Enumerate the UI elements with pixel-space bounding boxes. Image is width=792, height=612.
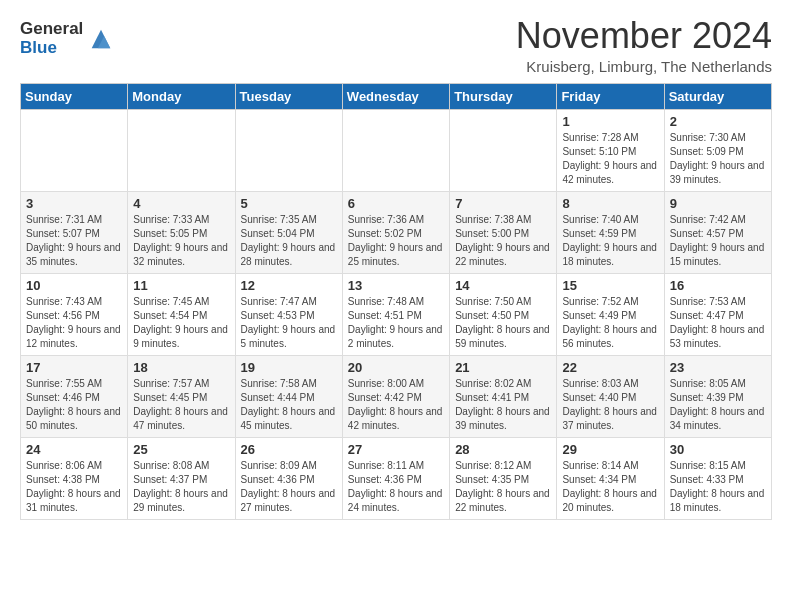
day-number: 24 [26,442,122,457]
day-number: 29 [562,442,658,457]
day-cell: 25Sunrise: 8:08 AM Sunset: 4:37 PM Dayli… [128,437,235,519]
day-number: 14 [455,278,551,293]
day-info: Sunrise: 7:58 AM Sunset: 4:44 PM Dayligh… [241,377,337,433]
day-number: 16 [670,278,766,293]
day-info: Sunrise: 8:08 AM Sunset: 4:37 PM Dayligh… [133,459,229,515]
col-friday: Friday [557,83,664,109]
day-cell: 23Sunrise: 8:05 AM Sunset: 4:39 PM Dayli… [664,355,771,437]
day-cell: 14Sunrise: 7:50 AM Sunset: 4:50 PM Dayli… [450,273,557,355]
title-block: November 2024 Kruisberg, Limburg, The Ne… [516,16,772,75]
col-sunday: Sunday [21,83,128,109]
day-number: 12 [241,278,337,293]
day-number: 22 [562,360,658,375]
day-cell: 17Sunrise: 7:55 AM Sunset: 4:46 PM Dayli… [21,355,128,437]
day-number: 11 [133,278,229,293]
col-tuesday: Tuesday [235,83,342,109]
day-info: Sunrise: 7:55 AM Sunset: 4:46 PM Dayligh… [26,377,122,433]
day-cell: 24Sunrise: 8:06 AM Sunset: 4:38 PM Dayli… [21,437,128,519]
day-cell: 15Sunrise: 7:52 AM Sunset: 4:49 PM Dayli… [557,273,664,355]
day-info: Sunrise: 8:00 AM Sunset: 4:42 PM Dayligh… [348,377,444,433]
calendar-table: Sunday Monday Tuesday Wednesday Thursday… [20,83,772,520]
day-cell: 10Sunrise: 7:43 AM Sunset: 4:56 PM Dayli… [21,273,128,355]
day-info: Sunrise: 7:31 AM Sunset: 5:07 PM Dayligh… [26,213,122,269]
day-cell: 5Sunrise: 7:35 AM Sunset: 5:04 PM Daylig… [235,191,342,273]
day-info: Sunrise: 8:12 AM Sunset: 4:35 PM Dayligh… [455,459,551,515]
day-cell: 16Sunrise: 7:53 AM Sunset: 4:47 PM Dayli… [664,273,771,355]
day-number: 21 [455,360,551,375]
day-number: 8 [562,196,658,211]
day-info: Sunrise: 7:38 AM Sunset: 5:00 PM Dayligh… [455,213,551,269]
day-info: Sunrise: 8:15 AM Sunset: 4:33 PM Dayligh… [670,459,766,515]
day-number: 17 [26,360,122,375]
day-number: 13 [348,278,444,293]
day-number: 27 [348,442,444,457]
col-thursday: Thursday [450,83,557,109]
day-info: Sunrise: 7:30 AM Sunset: 5:09 PM Dayligh… [670,131,766,187]
day-cell: 6Sunrise: 7:36 AM Sunset: 5:02 PM Daylig… [342,191,449,273]
day-number: 7 [455,196,551,211]
day-number: 30 [670,442,766,457]
day-cell: 8Sunrise: 7:40 AM Sunset: 4:59 PM Daylig… [557,191,664,273]
day-cell [235,109,342,191]
week-row-1: 3Sunrise: 7:31 AM Sunset: 5:07 PM Daylig… [21,191,772,273]
header: General Blue November 2024 Kruisberg, Li… [20,16,772,75]
day-number: 3 [26,196,122,211]
day-number: 19 [241,360,337,375]
day-number: 18 [133,360,229,375]
day-cell: 1Sunrise: 7:28 AM Sunset: 5:10 PM Daylig… [557,109,664,191]
day-cell: 2Sunrise: 7:30 AM Sunset: 5:09 PM Daylig… [664,109,771,191]
day-cell: 13Sunrise: 7:48 AM Sunset: 4:51 PM Dayli… [342,273,449,355]
day-info: Sunrise: 8:03 AM Sunset: 4:40 PM Dayligh… [562,377,658,433]
day-cell [342,109,449,191]
day-cell: 18Sunrise: 7:57 AM Sunset: 4:45 PM Dayli… [128,355,235,437]
day-info: Sunrise: 7:57 AM Sunset: 4:45 PM Dayligh… [133,377,229,433]
subtitle: Kruisberg, Limburg, The Netherlands [516,58,772,75]
day-info: Sunrise: 7:28 AM Sunset: 5:10 PM Dayligh… [562,131,658,187]
day-cell: 30Sunrise: 8:15 AM Sunset: 4:33 PM Dayli… [664,437,771,519]
day-cell: 11Sunrise: 7:45 AM Sunset: 4:54 PM Dayli… [128,273,235,355]
logo-general: General [20,20,83,39]
day-cell: 21Sunrise: 8:02 AM Sunset: 4:41 PM Dayli… [450,355,557,437]
day-info: Sunrise: 7:48 AM Sunset: 4:51 PM Dayligh… [348,295,444,351]
col-saturday: Saturday [664,83,771,109]
day-number: 6 [348,196,444,211]
day-cell: 29Sunrise: 8:14 AM Sunset: 4:34 PM Dayli… [557,437,664,519]
day-cell: 27Sunrise: 8:11 AM Sunset: 4:36 PM Dayli… [342,437,449,519]
day-info: Sunrise: 7:40 AM Sunset: 4:59 PM Dayligh… [562,213,658,269]
day-number: 10 [26,278,122,293]
day-info: Sunrise: 7:43 AM Sunset: 4:56 PM Dayligh… [26,295,122,351]
logo-blue: Blue [20,39,83,58]
logo: General Blue [20,20,115,57]
day-cell: 12Sunrise: 7:47 AM Sunset: 4:53 PM Dayli… [235,273,342,355]
day-number: 23 [670,360,766,375]
day-number: 20 [348,360,444,375]
day-info: Sunrise: 8:06 AM Sunset: 4:38 PM Dayligh… [26,459,122,515]
day-number: 1 [562,114,658,129]
day-info: Sunrise: 8:05 AM Sunset: 4:39 PM Dayligh… [670,377,766,433]
day-cell [450,109,557,191]
week-row-0: 1Sunrise: 7:28 AM Sunset: 5:10 PM Daylig… [21,109,772,191]
day-info: Sunrise: 7:50 AM Sunset: 4:50 PM Dayligh… [455,295,551,351]
day-info: Sunrise: 7:53 AM Sunset: 4:47 PM Dayligh… [670,295,766,351]
day-info: Sunrise: 7:52 AM Sunset: 4:49 PM Dayligh… [562,295,658,351]
logo-icon [87,25,115,53]
day-info: Sunrise: 7:36 AM Sunset: 5:02 PM Dayligh… [348,213,444,269]
day-cell [21,109,128,191]
day-cell: 4Sunrise: 7:33 AM Sunset: 5:05 PM Daylig… [128,191,235,273]
day-number: 4 [133,196,229,211]
day-cell: 19Sunrise: 7:58 AM Sunset: 4:44 PM Dayli… [235,355,342,437]
day-number: 5 [241,196,337,211]
day-cell [128,109,235,191]
day-info: Sunrise: 8:02 AM Sunset: 4:41 PM Dayligh… [455,377,551,433]
day-cell: 28Sunrise: 8:12 AM Sunset: 4:35 PM Dayli… [450,437,557,519]
day-info: Sunrise: 8:09 AM Sunset: 4:36 PM Dayligh… [241,459,337,515]
week-row-2: 10Sunrise: 7:43 AM Sunset: 4:56 PM Dayli… [21,273,772,355]
page: General Blue November 2024 Kruisberg, Li… [0,0,792,536]
col-monday: Monday [128,83,235,109]
day-cell: 26Sunrise: 8:09 AM Sunset: 4:36 PM Dayli… [235,437,342,519]
day-info: Sunrise: 8:14 AM Sunset: 4:34 PM Dayligh… [562,459,658,515]
day-info: Sunrise: 7:42 AM Sunset: 4:57 PM Dayligh… [670,213,766,269]
day-info: Sunrise: 7:33 AM Sunset: 5:05 PM Dayligh… [133,213,229,269]
week-row-4: 24Sunrise: 8:06 AM Sunset: 4:38 PM Dayli… [21,437,772,519]
day-cell: 20Sunrise: 8:00 AM Sunset: 4:42 PM Dayli… [342,355,449,437]
